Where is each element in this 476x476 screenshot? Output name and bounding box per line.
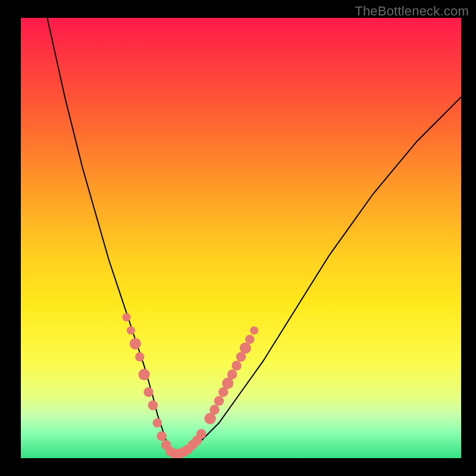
data-marker <box>148 400 158 411</box>
data-marker <box>245 335 254 344</box>
bottleneck-curve <box>47 18 461 454</box>
curve-svg <box>21 18 461 458</box>
data-markers <box>123 313 259 458</box>
plot-area <box>21 18 461 458</box>
data-marker <box>227 369 237 380</box>
data-marker <box>153 418 162 427</box>
data-marker <box>135 352 144 361</box>
data-marker <box>214 396 224 406</box>
watermark-text: TheBottleneck.com <box>355 4 469 19</box>
data-marker <box>127 326 135 334</box>
data-marker <box>139 369 150 380</box>
data-marker <box>123 313 131 321</box>
data-marker <box>209 405 220 415</box>
data-marker <box>143 387 154 397</box>
data-marker <box>157 431 167 441</box>
data-marker <box>240 342 251 353</box>
data-marker <box>231 361 242 371</box>
data-marker <box>130 338 141 349</box>
data-marker <box>196 429 206 439</box>
data-marker <box>250 326 258 334</box>
chart-frame: TheBottleneck.com <box>0 0 476 476</box>
